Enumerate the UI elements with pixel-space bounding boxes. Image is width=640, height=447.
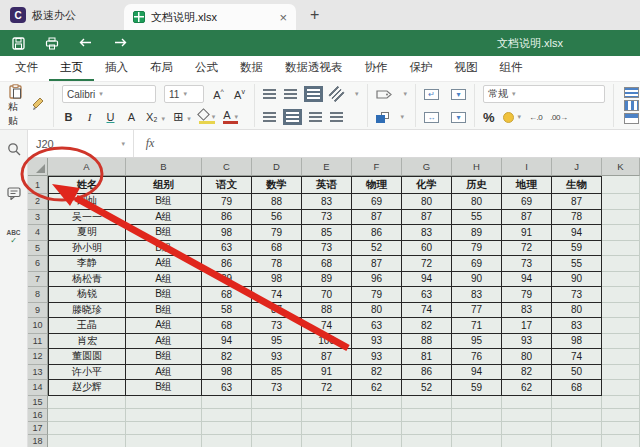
row-header-16[interactable]: 16 bbox=[28, 409, 48, 422]
menu-组件[interactable]: 组件 bbox=[489, 56, 534, 81]
cell[interactable]: 72 bbox=[302, 380, 352, 396]
cell[interactable]: 83 bbox=[402, 225, 452, 241]
menu-插入[interactable]: 插入 bbox=[94, 56, 139, 81]
print-button[interactable] bbox=[45, 37, 59, 50]
cell[interactable]: 63 bbox=[402, 287, 452, 303]
cell[interactable] bbox=[126, 396, 202, 409]
cell[interactable]: 72 bbox=[402, 256, 452, 272]
cell[interactable]: 82 bbox=[352, 365, 402, 381]
cell[interactable]: 80 bbox=[552, 303, 602, 319]
column-header-K[interactable]: K bbox=[602, 158, 640, 176]
underline-button[interactable]: U bbox=[104, 112, 117, 123]
cell[interactable]: 79 bbox=[452, 241, 502, 257]
cell[interactable]: 82 bbox=[502, 365, 552, 381]
decrease-decimal-button[interactable]: .00→ bbox=[550, 113, 567, 122]
cell[interactable] bbox=[602, 365, 640, 381]
cell[interactable]: 夏明 bbox=[48, 225, 126, 241]
cell[interactable]: 93 bbox=[352, 334, 402, 350]
cell[interactable]: 87 bbox=[302, 349, 352, 365]
cell[interactable]: 董圆圆 bbox=[48, 349, 126, 365]
cell[interactable]: 83 bbox=[502, 303, 552, 319]
cell[interactable] bbox=[602, 210, 640, 226]
cell[interactable]: 74 bbox=[402, 303, 452, 319]
currency-style-button[interactable]: ▾ bbox=[503, 112, 522, 123]
cell[interactable] bbox=[252, 422, 302, 435]
cell[interactable]: 82 bbox=[402, 318, 452, 334]
cell[interactable]: 数学 bbox=[252, 176, 302, 194]
cell[interactable]: 组别 bbox=[126, 176, 202, 194]
row-header-4[interactable]: 4 bbox=[28, 225, 48, 241]
cell[interactable]: 73 bbox=[252, 380, 302, 396]
spellcheck-icon[interactable]: ABC✓ bbox=[6, 230, 20, 245]
format-painter-icon[interactable] bbox=[31, 97, 45, 115]
column-header-D[interactable]: D bbox=[252, 158, 302, 176]
cell[interactable]: 89 bbox=[202, 272, 252, 288]
cell[interactable]: 87 bbox=[552, 194, 602, 210]
cell[interactable]: 98 bbox=[202, 225, 252, 241]
cell[interactable]: 96 bbox=[352, 272, 402, 288]
cell[interactable] bbox=[48, 396, 126, 409]
cell[interactable]: A组 bbox=[126, 334, 202, 350]
document-tab[interactable]: 文档说明.xlsx × bbox=[124, 4, 296, 30]
cell[interactable]: 杨锐 bbox=[48, 287, 126, 303]
cell[interactable]: 93 bbox=[352, 349, 402, 365]
cell[interactable]: 94 bbox=[202, 334, 252, 350]
row-header-17[interactable]: 17 bbox=[28, 422, 48, 435]
row-header-9[interactable]: 9 bbox=[28, 303, 48, 319]
cell[interactable]: 98 bbox=[252, 272, 302, 288]
cell[interactable]: 88 bbox=[252, 194, 302, 210]
cell[interactable]: 73 bbox=[302, 241, 352, 257]
column-header-F[interactable]: F bbox=[352, 158, 402, 176]
cell[interactable]: 87 bbox=[252, 303, 302, 319]
cell[interactable] bbox=[402, 396, 452, 409]
menu-数据透视表[interactable]: 数据透视表 bbox=[274, 56, 354, 81]
cell[interactable]: 73 bbox=[252, 318, 302, 334]
menu-数据[interactable]: 数据 bbox=[229, 56, 274, 81]
cell[interactable]: 52 bbox=[402, 380, 452, 396]
cell[interactable] bbox=[602, 303, 640, 319]
increase-decimal-button[interactable]: ←.0 bbox=[529, 113, 542, 122]
cell[interactable]: 杨松青 bbox=[48, 272, 126, 288]
column-header-C[interactable]: C bbox=[202, 158, 252, 176]
cell[interactable] bbox=[202, 409, 252, 422]
cell[interactable]: 93 bbox=[252, 349, 302, 365]
cell[interactable]: 71 bbox=[452, 318, 502, 334]
cell[interactable] bbox=[202, 435, 252, 447]
cell[interactable]: 62 bbox=[352, 380, 402, 396]
cell[interactable]: 87 bbox=[402, 210, 452, 226]
cell[interactable] bbox=[352, 409, 402, 422]
cell[interactable] bbox=[602, 176, 640, 194]
cell[interactable]: 地理 bbox=[502, 176, 552, 194]
cell[interactable]: 83 bbox=[452, 287, 502, 303]
cell[interactable] bbox=[202, 396, 252, 409]
cell[interactable]: B组 bbox=[126, 303, 202, 319]
cell[interactable] bbox=[402, 435, 452, 447]
cell[interactable]: 74 bbox=[552, 349, 602, 365]
cell[interactable]: 吴一一 bbox=[48, 210, 126, 226]
cell[interactable]: 58 bbox=[202, 303, 252, 319]
cell[interactable]: 50 bbox=[552, 365, 602, 381]
cell[interactable]: 86 bbox=[202, 210, 252, 226]
named-style-button[interactable]: ▾ bbox=[376, 84, 408, 104]
cell[interactable]: A组 bbox=[126, 365, 202, 381]
cell[interactable]: 88 bbox=[402, 334, 452, 350]
cell[interactable]: B组 bbox=[126, 287, 202, 303]
cell[interactable] bbox=[252, 409, 302, 422]
cell[interactable] bbox=[252, 396, 302, 409]
row-header-7[interactable]: 7 bbox=[28, 272, 48, 288]
row-header-6[interactable]: 6 bbox=[28, 256, 48, 272]
format-as-table-button[interactable]: ▾ bbox=[624, 100, 640, 111]
row-header-8[interactable]: 8 bbox=[28, 287, 48, 303]
column-header-B[interactable]: B bbox=[126, 158, 202, 176]
cell[interactable]: 90 bbox=[552, 272, 602, 288]
redo-button[interactable] bbox=[113, 38, 127, 49]
cell[interactable]: 72 bbox=[502, 241, 552, 257]
borders-button[interactable]: ⊞▾ bbox=[173, 111, 191, 123]
wrap-text-button[interactable]: ↵▾ bbox=[424, 84, 466, 104]
font-style-button[interactable]: A bbox=[125, 112, 138, 123]
cell[interactable]: 94 bbox=[402, 272, 452, 288]
cell[interactable]: 历史 bbox=[452, 176, 502, 194]
cell[interactable] bbox=[602, 241, 640, 257]
cell[interactable] bbox=[202, 422, 252, 435]
row-header-13[interactable]: 13 bbox=[28, 365, 48, 381]
